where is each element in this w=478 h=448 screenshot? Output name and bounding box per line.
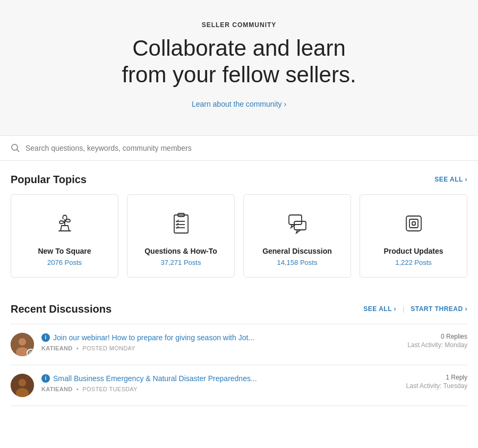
search-icon xyxy=(11,143,20,153)
svg-rect-8 xyxy=(289,215,302,225)
svg-rect-17 xyxy=(30,352,32,354)
topic-posts-2: 14,158 Posts xyxy=(252,259,342,266)
avatar-1 xyxy=(11,374,34,397)
topic-name-2: General Discussion xyxy=(252,247,342,255)
discussion-item-0: i Join our webinar! How to prepare for g… xyxy=(11,324,467,365)
questions-icon xyxy=(136,208,226,239)
avatar-0 xyxy=(11,333,34,356)
recent-see-all[interactable]: SEE ALL › xyxy=(363,305,396,313)
discussion-activity-1: Last Activity: Tuesday xyxy=(406,382,467,390)
recent-discussions-header: Recent Discussions SEE ALL › | START THR… xyxy=(11,295,467,324)
recent-discussions-section: Recent Discussions SEE ALL › | START THR… xyxy=(0,295,478,406)
start-thread-button[interactable]: START THREAD › xyxy=(411,305,467,313)
discussion-link-1[interactable]: Small Business Emergency & Natural Disas… xyxy=(53,374,257,384)
action-divider: | xyxy=(403,305,404,313)
hero-eyebrow: SELLER COMMUNITY xyxy=(11,21,467,29)
discussion-replies-1: 1 Reply xyxy=(406,374,467,381)
discussion-link-0[interactable]: Join our webinar! How to prepare for giv… xyxy=(53,333,254,343)
topic-posts-3: 1,222 Posts xyxy=(369,259,458,266)
learn-link[interactable]: Learn about the community › xyxy=(192,100,286,108)
popular-topics-header: Popular Topics SEE ALL › xyxy=(11,174,467,186)
discussion-replies-0: 0 Replies xyxy=(407,333,467,340)
new-to-square-icon xyxy=(20,208,109,239)
popular-topics-see-all[interactable]: SEE ALL › xyxy=(434,176,467,183)
product-updates-icon xyxy=(369,208,458,239)
topic-card-product-updates[interactable]: Product Updates 1,222 Posts xyxy=(360,194,467,278)
info-icon-1: i xyxy=(41,374,50,383)
hero-title: Collaborate and learn from your fellow s… xyxy=(11,35,467,89)
discussion-content-0: i Join our webinar! How to prepare for g… xyxy=(41,333,400,352)
discussion-item-1: i Small Business Emergency & Natural Dis… xyxy=(11,365,467,406)
discussion-title-row-1: i Small Business Emergency & Natural Dis… xyxy=(41,374,399,384)
topic-posts-0: 2076 Posts xyxy=(20,259,109,266)
recent-discussions-title: Recent Discussions xyxy=(11,303,112,315)
discussion-meta-0: KATIEAND • POSTED MONDAY xyxy=(41,345,400,351)
popular-topics-title: Popular Topics xyxy=(11,174,87,186)
svg-rect-9 xyxy=(294,221,306,230)
discussion-activity-0: Last Activity: Monday xyxy=(407,341,467,349)
info-icon-0: i xyxy=(41,333,50,342)
svg-point-14 xyxy=(19,338,26,346)
discussion-stats-1: 1 Reply Last Activity: Tuesday xyxy=(406,374,467,390)
discussion-title-row-0: i Join our webinar! How to prepare for g… xyxy=(41,333,400,343)
discussion-content-1: i Small Business Emergency & Natural Dis… xyxy=(41,374,399,393)
general-discussion-icon xyxy=(252,208,342,239)
svg-rect-12 xyxy=(412,222,415,225)
topic-card-new-to-square[interactable]: New To Square 2076 Posts xyxy=(11,194,118,278)
topic-name-1: Questions & How-To xyxy=(136,247,226,255)
avatar-badge-0 xyxy=(27,349,34,356)
svg-line-1 xyxy=(17,149,20,152)
svg-point-0 xyxy=(12,144,18,150)
topics-grid: New To Square 2076 Posts xyxy=(11,194,467,278)
recent-discussions-actions: SEE ALL › | START THREAD › xyxy=(363,305,467,313)
topic-card-questions[interactable]: Questions & How-To 37,271 Posts xyxy=(127,194,235,278)
topic-name-3: Product Updates xyxy=(369,247,458,255)
svg-point-19 xyxy=(19,379,26,386)
hero-section: SELLER COMMUNITY Collaborate and learn f… xyxy=(0,0,478,136)
discussion-stats-0: 0 Replies Last Activity: Monday xyxy=(407,333,467,349)
discussion-meta-1: KATIEAND • POSTED TUESDAY xyxy=(41,386,399,392)
popular-topics-section: Popular Topics SEE ALL › xyxy=(0,161,478,278)
topic-name-0: New To Square xyxy=(20,247,109,255)
search-input[interactable] xyxy=(25,144,467,152)
topic-posts-1: 37,271 Posts xyxy=(136,259,226,266)
topic-card-general[interactable]: General Discussion 14,158 Posts xyxy=(243,194,351,278)
search-bar xyxy=(0,136,478,161)
svg-rect-10 xyxy=(406,216,421,231)
svg-rect-11 xyxy=(409,219,418,228)
